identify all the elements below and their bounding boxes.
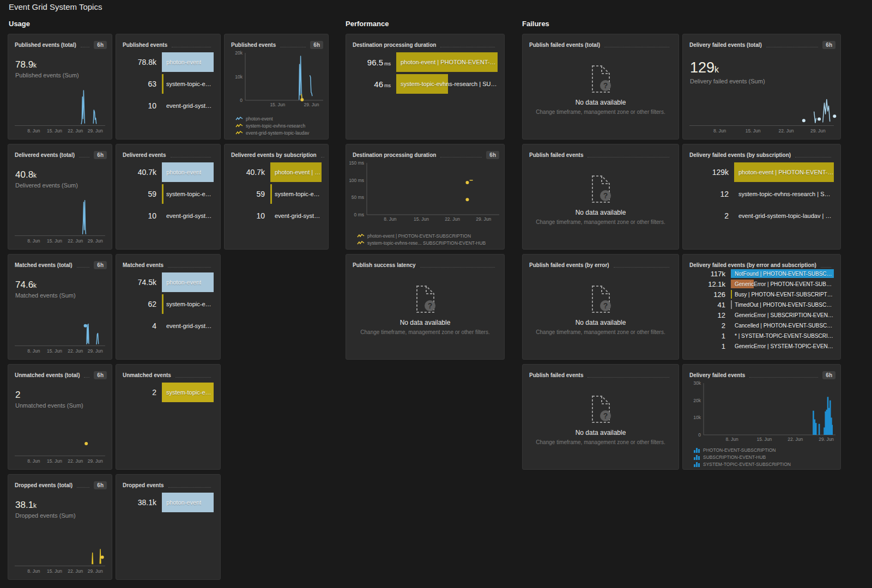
metric-row[interactable]: 40.7k photon-event — [123, 162, 214, 182]
no-data-message: ? No data available Change timeframe, ma… — [523, 175, 679, 225]
timeframe-badge[interactable]: 6h — [486, 151, 499, 159]
timeframe-badge[interactable]: 6h — [94, 371, 107, 379]
x-tick: 29. Jun — [88, 568, 103, 574]
tile-unmatched-events-by-topic[interactable]: Unmatched events 2 system-topic-evhns-re… — [116, 364, 221, 470]
page-title: Event Grid System Topics — [9, 2, 102, 11]
sparkline-chart[interactable] — [15, 196, 105, 235]
line-chart[interactable]: 20k10k015. Jun29. Jun — [228, 50, 324, 108]
tile-publish-failed-events-total[interactable]: Publish failed events (total) ? No data … — [522, 34, 679, 140]
timeframe-badge[interactable]: 6h — [94, 41, 107, 49]
no-data-message: ? No data available Change timeframe, ma… — [523, 395, 679, 445]
error-row[interactable]: 12 GenericError | SUBSCRIPTION-EVENT-HUB — [689, 310, 834, 320]
no-data-subtitle: Change timeframe, management zone or oth… — [360, 329, 489, 335]
metric-row[interactable]: 12 system-topic-evhns-research | SUBSCRI… — [689, 184, 834, 204]
error-row[interactable]: 41 TimedOut | PHOTON-EVENT-SUBSCRIPTION — [689, 300, 834, 310]
metric-row[interactable]: 62 system-topic-evhns-research — [123, 294, 214, 314]
tile-unmatched-events-total[interactable]: Unmatched events (total) 6h 2 Unmatched … — [8, 364, 112, 470]
legend-item[interactable]: event-grid-system-topic-laudav — [235, 130, 309, 136]
metric-row[interactable]: 10 event-grid-system-topic-la... — [123, 96, 214, 116]
timeframe-badge[interactable]: 6h — [822, 41, 835, 49]
row-label: event-grid-system-topic-laudav | SYSTEM-… — [734, 213, 834, 219]
tile-delivered-events-by-topic[interactable]: Delivered events 40.7k photon-event 59 s… — [116, 144, 221, 250]
legend-item[interactable]: photon-event — [235, 116, 309, 122]
tile-destination-processing-duration[interactable]: Destination processing duration 96.5ms p… — [346, 34, 505, 140]
tile-matched-events-total[interactable]: Matched events (total) 6h 74.6k Matched … — [8, 254, 112, 360]
metric-row[interactable]: 2 event-grid-system-topic-laudav | SYSTE… — [689, 206, 834, 226]
error-row[interactable]: 117k NotFound | PHOTON-EVENT-SUBSCRIPTIO… — [689, 269, 834, 278]
metric-row[interactable]: 40.7k photon-event | PHOTON-E... — [231, 162, 322, 182]
leader-line — [749, 373, 818, 378]
leader-line — [440, 153, 482, 157]
sparkline-chart[interactable] — [15, 526, 105, 565]
tile-delivery-failed-events-total[interactable]: Delivery failed events (total) 6h 129k D… — [682, 34, 841, 140]
tile-publish-success-latency[interactable]: Publish success latency ? No data availa… — [346, 254, 505, 360]
tile-publish-failed-events-2[interactable]: Publish failed events ? No data availabl… — [522, 364, 679, 470]
no-data-message: ? No data available Change timeframe, ma… — [523, 65, 679, 115]
error-row[interactable]: 126 Busy | PHOTON-EVENT-SUBSCRIPTION — [689, 289, 834, 299]
kpi-label: Delivered events (Sum) — [15, 182, 78, 189]
metric-row[interactable]: 2 system-topic-evhns-research — [123, 383, 214, 402]
svg-text:?: ? — [603, 301, 608, 310]
metric-row[interactable]: 38.1k photon-event — [123, 493, 214, 512]
sparkline-chart[interactable] — [689, 86, 837, 125]
error-row[interactable]: 1 * | SYSTEM-TOPIC-EVENT-SUBSCRIPTION — [689, 331, 834, 341]
metric-row[interactable]: 10 event-grid-system-topic-la... — [123, 206, 214, 226]
kpi-suffix: k — [33, 62, 37, 69]
metric-row[interactable]: 59 system-topic-evhns-research — [123, 184, 214, 204]
tile-dropped-events-by-topic[interactable]: Dropped events 38.1k photon-event — [116, 474, 221, 580]
chart-legend: PHOTON-EVENT-SUBSCRIPTION SUBSCRIPTION-E… — [694, 446, 837, 467]
tile-delivery-failed-events-by-subscription[interactable]: Delivery failed events (by subscription)… — [682, 144, 841, 250]
row-label: system-topic-evhns-research | SUBSCRIPTI… — [734, 191, 834, 197]
legend-item[interactable]: SUBSCRIPTION-EVENT-HUB — [694, 454, 766, 460]
tile-delivered-events-by-subscription[interactable]: Delivered events by subscription 40.7k p… — [224, 144, 329, 250]
error-row[interactable]: 12.1k GenericError | PHOTON-EVENT-SUBSCR… — [689, 279, 834, 289]
svg-text:8. Jun: 8. Jun — [726, 437, 738, 442]
tile-published-events-total[interactable]: Published events (total) 6h 78.9k Publis… — [8, 34, 112, 140]
row-label: photon-event — [162, 169, 201, 175]
legend-item[interactable]: SYSTEM-TOPIC-EVENT-SUBSCRIPTION — [694, 462, 791, 467]
svg-text:15. Jun: 15. Jun — [756, 437, 772, 442]
timeframe-badge[interactable]: 6h — [94, 481, 107, 489]
timeframe-badge[interactable]: 6h — [94, 261, 107, 269]
tile-publish-failed-events-by-error[interactable]: Publish failed events (by error) ? No da… — [522, 254, 679, 360]
metric-row[interactable]: 10 event-grid-system-topic-la... — [231, 206, 322, 226]
error-row[interactable]: 2 Cancelled | PHOTON-EVENT-SUBSCRIPTION — [689, 320, 834, 330]
no-data-subtitle: Change timeframe, management zone or oth… — [536, 329, 665, 335]
legend-item[interactable]: photon-event | PHOTON-EVENT-SUBSCRIPTION — [357, 233, 486, 239]
metric-row[interactable]: 74.5k photon-event — [123, 272, 214, 292]
timeframe-badge[interactable]: 6h — [310, 41, 323, 49]
timeframe-badge[interactable]: 6h — [822, 371, 835, 379]
metric-row[interactable]: 78.8k photon-event — [123, 52, 214, 72]
tile-title: Matched events (total) — [15, 262, 72, 268]
tile-delivery-failed-events-by-error[interactable]: Delivery failed events (by error and sub… — [682, 254, 841, 360]
row-label: * | SYSTEM-TOPIC-EVENT-SUBSCRIPTION — [731, 333, 834, 339]
scatter-chart[interactable]: 150 ms100 ms50 ms0 ms8. Jun15. Jun22. Ju… — [349, 160, 500, 223]
legend-item[interactable]: system-topic-evhns-research — [235, 123, 309, 129]
row-value: 117k — [689, 270, 731, 278]
no-data-icon: ? — [413, 285, 437, 313]
metric-row[interactable]: 59 system-topic-evhns-researc... — [231, 184, 322, 204]
timeframe-badge[interactable]: 6h — [94, 151, 107, 159]
leader-line — [795, 153, 831, 157]
tile-delivery-failed-events-chart[interactable]: Delivery failed events 6h 30k20k10k08. J… — [682, 364, 841, 470]
tile-publish-failed-events[interactable]: Publish failed events ? No data availabl… — [522, 144, 679, 250]
sparkline-chart[interactable] — [15, 306, 105, 345]
tile-destination-processing-duration-chart[interactable]: Destination processing duration 6h 150 m… — [346, 144, 505, 250]
error-row[interactable]: 1 GenericError | SYSTEM-TOPIC-EVENT-SUBS… — [689, 341, 834, 351]
tile-delivered-events-total[interactable]: Delivered events (total) 6h 40.8k Delive… — [8, 144, 112, 250]
tile-published-events-by-topic[interactable]: Published events 78.8k photon-event 63 s… — [116, 34, 221, 140]
metric-row[interactable]: 96.5ms photon-event | PHOTON-EVENT-SUBSC… — [353, 52, 498, 72]
row-value: 4 — [123, 322, 162, 330]
sparkline-chart[interactable] — [15, 416, 105, 455]
metric-row[interactable]: 4 event-grid-system-topic-la... — [123, 316, 214, 336]
bar-chart[interactable]: 30k20k10k08. Jun15. Jun22. Jun29. Jun — [686, 380, 836, 443]
sparkline-chart[interactable] — [15, 86, 105, 125]
metric-row[interactable]: 63 system-topic-evhns-research — [123, 74, 214, 94]
legend-item[interactable]: PHOTON-EVENT-SUBSCRIPTION — [694, 447, 776, 453]
tile-dropped-events-total[interactable]: Dropped events (total) 6h 38.1k Dropped … — [8, 474, 112, 580]
tile-matched-events-by-topic[interactable]: Matched events 74.5k photon-event 62 sys… — [116, 254, 221, 360]
tile-published-events-chart[interactable]: Published events 6h 20k10k015. Jun29. Ju… — [224, 34, 329, 140]
metric-row[interactable]: 129k photon-event | PHOTON-EVENT-SUBSCRI… — [689, 162, 834, 182]
legend-item[interactable]: system-topic-evhns-rese... SUBSCRIPTION-… — [357, 240, 486, 246]
metric-row[interactable]: 46ms system-topic-evhns-research | SUBSC… — [353, 74, 498, 94]
